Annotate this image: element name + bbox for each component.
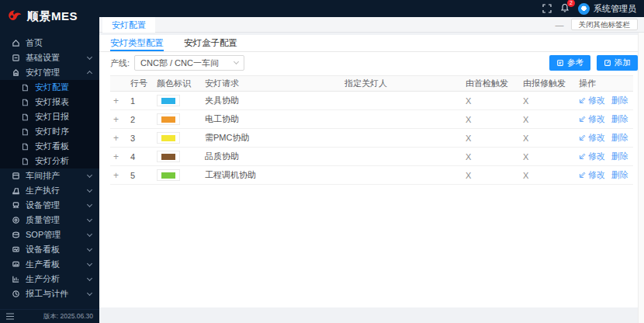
edit-link[interactable]: 修改: [579, 132, 605, 144]
color-swatch-fill: [161, 135, 175, 141]
column-header-ops: 操作: [579, 78, 633, 89]
more-tabs-icon[interactable]: —: [556, 20, 564, 30]
color-swatch: [157, 169, 180, 181]
color-swatch: [157, 113, 180, 125]
sidebar-item-andon-analysis[interactable]: 安灯分析: [0, 154, 99, 168]
table-header: 行号 颜色标识 安灯请求 指定关灯人 由首检触发 由报修触发 操作: [110, 76, 633, 92]
edit-link[interactable]: 修改: [579, 113, 605, 125]
tab-andon-box-config[interactable]: 安灯盒子配置: [184, 35, 237, 51]
sidebar-item-label: 设备看板: [26, 244, 88, 255]
sidebar-item-label: 安灯看板: [35, 141, 92, 152]
sidebar-item-sop-management[interactable]: SOP管理: [0, 227, 99, 242]
quality-management-icon: [11, 216, 20, 225]
reference-button-label: 参考: [567, 57, 583, 68]
sop-icon: [11, 231, 20, 240]
sidebar-item-production-execution[interactable]: 生产执行: [0, 183, 99, 198]
notifications-button[interactable]: 2: [560, 3, 570, 14]
sidebar-item-label: 报工与计件: [26, 288, 88, 300]
content-area: 安灯类型配置 安灯盒子配置 产线: CNC部 / CNC一车间 参考: [99, 33, 644, 323]
sidebar-item-label: 安灯日报: [35, 111, 92, 123]
sidebar-item-production-analysis[interactable]: 生产分析: [0, 272, 99, 287]
sidebar-item-production-board[interactable]: 生产看板: [0, 257, 99, 272]
edit-link-label: 修改: [588, 132, 605, 144]
expand-row-button[interactable]: +: [113, 114, 119, 125]
line-no-cell: 3: [130, 134, 157, 143]
request-cell: 夹具协助: [205, 95, 345, 106]
ops-cell: 修改 删除: [579, 151, 633, 162]
table-row: + 4 品质协助 X X 修改 删除: [110, 148, 633, 166]
delete-link[interactable]: 删除: [611, 113, 628, 125]
request-cell: 电工协助: [205, 113, 345, 125]
sidebar-item-workshop-scheduling[interactable]: 车间排产: [0, 168, 99, 183]
document-icon: [20, 113, 29, 122]
andon-type-table: 行号 颜色标识 安灯请求 指定关灯人 由首检触发 由报修触发 操作 + 1 夹具…: [110, 75, 633, 185]
sidebar-item-quality-management[interactable]: 质量管理: [0, 213, 99, 227]
edit-link[interactable]: 修改: [579, 169, 605, 181]
column-header-first-check: 由首检触发: [466, 78, 523, 89]
reference-button[interactable]: 参考: [549, 55, 590, 71]
chevron-down-icon: [87, 276, 92, 281]
tab-andon-config[interactable]: 安灯配置: [102, 17, 155, 33]
sidebar-item-label: 安灯分析: [35, 155, 92, 167]
sidebar-item-piecework[interactable]: 报工与计件: [0, 287, 99, 301]
color-cell: [157, 113, 205, 125]
sidebar-item-andon-management[interactable]: 安灯管理: [0, 65, 99, 80]
sidebar-item-label: 车间排产: [26, 170, 88, 182]
ops-cell: 修改 删除: [579, 169, 633, 181]
color-cell: [157, 151, 205, 162]
delete-link[interactable]: 删除: [611, 169, 628, 181]
edit-link[interactable]: 修改: [579, 95, 605, 106]
notification-badge: 2: [567, 0, 575, 7]
sidebar-item-label: 安灯配置: [35, 82, 92, 93]
sidebar-toggle-icon[interactable]: [6, 313, 14, 320]
sidebar-item-andon-daily[interactable]: 安灯日报: [0, 109, 99, 124]
column-header-line-no: 行号: [130, 78, 157, 89]
table-row: + 3 需PMC协助 X X 修改 删除: [110, 129, 633, 148]
sidebar-item-basic-settings[interactable]: 基础设置: [0, 50, 99, 65]
production-line-select[interactable]: CNC部 / CNC一车间: [134, 55, 244, 71]
sidebar-item-label: 安灯管理: [26, 67, 88, 78]
delete-link[interactable]: 删除: [611, 95, 628, 106]
expand-row-button[interactable]: +: [113, 96, 119, 106]
tab-bar: 安灯配置 — 关闭其他标签栏: [99, 17, 644, 33]
first-check-cell: X: [466, 171, 523, 180]
production-board-icon: [11, 260, 20, 269]
sidebar-item-andon-config[interactable]: 安灯配置: [0, 80, 99, 95]
production-line-value: CNC部 / CNC一车间: [140, 57, 219, 69]
filter-row: 产线: CNC部 / CNC一车间 参考 添加: [99, 52, 644, 74]
chevron-down-icon: [87, 231, 92, 237]
color-swatch: [157, 132, 180, 144]
sidebar-item-equipment-management[interactable]: 设备管理: [0, 198, 99, 213]
chevron-down-icon: [87, 187, 92, 193]
expand-row-button[interactable]: +: [113, 170, 119, 181]
request-cell: 需PMC协助: [205, 132, 345, 144]
color-swatch-fill: [161, 172, 175, 179]
add-button[interactable]: 添加: [597, 55, 638, 71]
edit-link[interactable]: 修改: [579, 151, 605, 162]
main-area: 2 系统管理员 安灯配置 — 关闭其他标签栏 安灯类型配置 安灯盒子配置 产线:…: [99, 0, 644, 323]
delete-link[interactable]: 删除: [611, 132, 628, 144]
ops-cell: 修改 删除: [579, 113, 633, 125]
sidebar-item-home[interactable]: 首页: [0, 36, 99, 50]
scrollbar[interactable]: [638, 33, 644, 323]
sidebar-item-equipment-board[interactable]: 设备看板: [0, 242, 99, 257]
sidebar-item-label: 生产看板: [26, 259, 88, 270]
sidebar-item-andon-sequence[interactable]: 安灯时序: [0, 124, 99, 139]
ops-cell: 修改 删除: [579, 95, 633, 106]
chevron-down-icon: [87, 217, 92, 222]
expand-row-button[interactable]: +: [113, 151, 119, 162]
request-cell: 工程调机协助: [205, 169, 345, 181]
delete-link[interactable]: 删除: [611, 151, 628, 162]
repair-cell: X: [523, 134, 579, 143]
tab-andon-type-config[interactable]: 安灯类型配置: [110, 35, 164, 51]
close-other-tabs-button[interactable]: 关闭其他标签栏: [571, 19, 639, 30]
sidebar-item-andon-report[interactable]: 安灯报表: [0, 95, 99, 109]
expand-row-button[interactable]: +: [113, 133, 119, 144]
sidebar-item-label: 安灯报表: [35, 96, 92, 108]
fullscreen-icon[interactable]: [542, 4, 552, 13]
sidebar-item-andon-board[interactable]: 安灯看板: [0, 139, 99, 154]
table-row: + 2 电工协助 X X 修改 删除: [110, 110, 633, 129]
user-menu[interactable]: 系统管理员: [578, 3, 636, 15]
column-header-repair: 由报修触发: [523, 78, 579, 89]
document-icon: [20, 142, 29, 151]
